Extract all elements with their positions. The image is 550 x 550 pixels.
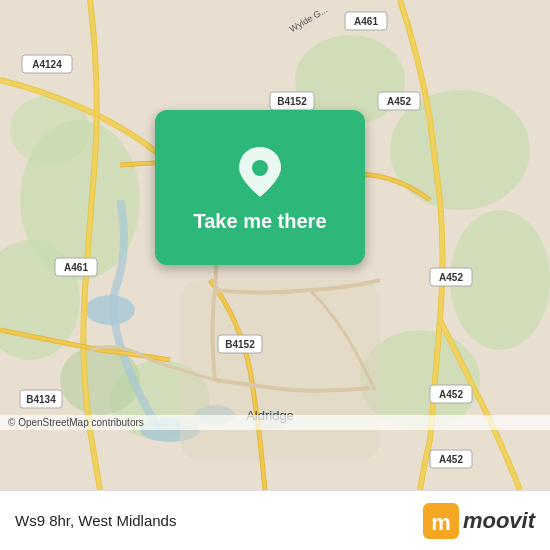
svg-point-37 bbox=[252, 160, 268, 176]
svg-text:m: m bbox=[431, 510, 451, 535]
svg-text:A461: A461 bbox=[64, 262, 88, 273]
svg-text:A452: A452 bbox=[439, 454, 463, 465]
location-pin-icon bbox=[235, 142, 285, 202]
svg-rect-14 bbox=[180, 280, 380, 460]
svg-text:A452: A452 bbox=[387, 96, 411, 107]
map-container: A4124 A461 B4152 A452 A461 B4152 A452 A4… bbox=[0, 0, 550, 490]
take-me-there-button[interactable]: Take me there bbox=[155, 110, 365, 265]
svg-text:B4152: B4152 bbox=[277, 96, 307, 107]
svg-text:A461: A461 bbox=[354, 16, 378, 27]
svg-text:A452: A452 bbox=[439, 272, 463, 283]
svg-text:B4134: B4134 bbox=[26, 394, 56, 405]
svg-text:A452: A452 bbox=[439, 389, 463, 400]
take-me-there-label: Take me there bbox=[193, 210, 326, 233]
bottom-bar: Ws9 8hr, West Midlands m moovit bbox=[0, 490, 550, 550]
location-label: Ws9 8hr, West Midlands bbox=[15, 512, 176, 529]
svg-text:B4152: B4152 bbox=[225, 339, 255, 350]
svg-text:A4124: A4124 bbox=[32, 59, 62, 70]
moovit-m-icon: m bbox=[423, 503, 459, 539]
moovit-wordmark: moovit bbox=[463, 508, 535, 534]
copyright-notice: © OpenStreetMap contributors bbox=[0, 415, 550, 430]
copyright-text: © OpenStreetMap contributors bbox=[8, 417, 144, 428]
moovit-logo: m moovit bbox=[423, 503, 535, 539]
